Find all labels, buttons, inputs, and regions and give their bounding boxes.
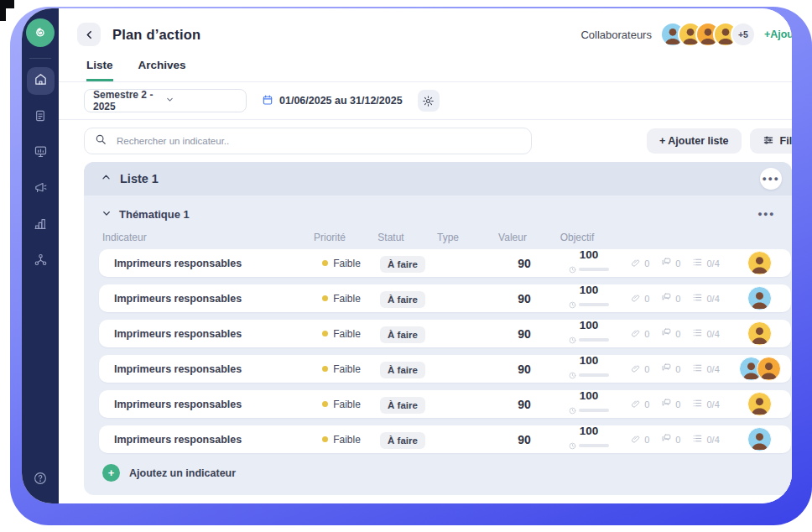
page-title: Plan d’action — [112, 27, 200, 43]
chat-icon — [661, 257, 672, 269]
table-row[interactable]: Imprimeurs responsables Faible À faire 9… — [99, 320, 791, 347]
attachments-count[interactable]: 0 — [631, 327, 649, 340]
clock-icon — [569, 297, 576, 312]
row-avatars[interactable] — [728, 321, 791, 346]
search-input[interactable] — [115, 135, 521, 147]
comments-count[interactable]: 0 — [661, 398, 680, 410]
table-row[interactable]: Imprimeurs responsables Faible À faire 9… — [99, 355, 791, 383]
priority-label: Faible — [333, 328, 361, 340]
row-avatars[interactable] — [728, 357, 791, 381]
avatar[interactable] — [747, 392, 772, 416]
period-select[interactable]: Semestre 2 - 2025 — [84, 89, 247, 112]
plus-icon: + — [102, 464, 120, 482]
page: Plan d’action Collaborateurs +5 +Ajouter… — [0, 0, 812, 532]
status-badge: À faire — [380, 362, 425, 378]
avatar[interactable] — [747, 427, 772, 451]
table-row[interactable]: Imprimeurs responsables Faible À faire 9… — [99, 425, 791, 453]
indicator-name: Imprimeurs responsables — [114, 434, 304, 446]
collaborator-avatars[interactable] — [660, 22, 738, 47]
search-row: + Ajouter liste Filtrer — [59, 120, 792, 162]
sidebar — [22, 8, 59, 503]
paperclip-icon — [631, 363, 641, 375]
attachments-count[interactable]: 0 — [631, 362, 649, 375]
search-box[interactable] — [84, 128, 532, 154]
table-row[interactable]: Imprimeurs responsables Faible À faire 9… — [99, 284, 791, 312]
add-list-button[interactable]: + Ajouter liste — [647, 128, 742, 154]
filter-button[interactable]: Filtrer — [750, 128, 792, 154]
checklist-count[interactable]: 0/4 — [692, 362, 719, 375]
row-avatars[interactable] — [728, 286, 791, 310]
checklist-count[interactable]: 0/4 — [692, 433, 719, 446]
list-title: Liste 1 — [120, 172, 159, 185]
comments-count[interactable]: 0 — [661, 257, 680, 269]
sliders-icon — [763, 134, 774, 149]
priority-label: Faible — [333, 258, 361, 269]
attachments-count[interactable]: 0 — [631, 257, 649, 269]
avatar[interactable] — [747, 321, 772, 346]
checklist-count[interactable]: 0/4 — [692, 292, 719, 305]
row-avatars[interactable] — [728, 392, 791, 416]
value-cell: 90 — [518, 362, 531, 376]
theme-header[interactable]: Thématique 1 ●●● — [84, 196, 792, 222]
sidebar-item-network[interactable] — [27, 248, 55, 275]
sidebar-item-documents[interactable] — [27, 103, 55, 131]
priority-label: Faible — [333, 363, 361, 375]
attachments-count[interactable]: 0 — [631, 398, 649, 410]
sidebar-divider — [29, 58, 51, 59]
sidebar-item-stats[interactable] — [27, 211, 55, 239]
comments-count[interactable]: 0 — [661, 433, 680, 446]
table-row[interactable]: Imprimeurs responsables Faible À faire 9… — [99, 249, 791, 277]
list-header[interactable]: Liste 1 ●●● — [84, 162, 792, 196]
objective-value: 100 — [580, 320, 599, 331]
status-cell: À faire — [380, 362, 425, 377]
column-header-priorite: Priorité — [314, 232, 346, 243]
row-avatars[interactable] — [728, 251, 791, 275]
chevron-down-icon — [165, 95, 237, 107]
tab-liste[interactable]: Liste — [86, 59, 113, 81]
paperclip-icon — [631, 328, 641, 340]
list-menu-button[interactable]: ●●● — [760, 168, 782, 190]
paperclip-icon — [631, 293, 641, 305]
document-icon — [34, 109, 47, 126]
sidebar-item-announcements[interactable] — [27, 175, 55, 203]
add-indicator-button[interactable]: + Ajoutez un indicateur — [102, 464, 792, 495]
date-range-picker[interactable]: 01/06/2025 au 31/12/2025 — [262, 94, 403, 108]
meta-cell: 0 0 0/4 — [622, 327, 728, 340]
checklist-count[interactable]: 0/4 — [692, 327, 719, 340]
comments-count[interactable]: 0 — [661, 362, 680, 375]
row-avatars[interactable] — [728, 427, 791, 451]
chat-icon — [661, 327, 672, 340]
column-header-indicateur: Indicateur — [102, 232, 292, 243]
settings-gear-button[interactable] — [418, 90, 440, 112]
chevron-up-icon — [101, 171, 112, 186]
chat-icon — [661, 398, 672, 410]
avatar[interactable] — [747, 251, 772, 275]
tab-archives[interactable]: Archives — [138, 59, 186, 81]
corner-notch — [0, 8, 6, 21]
filter-row: Semestre 2 - 2025 01/06/2025 au 31/12/20… — [59, 82, 792, 119]
avatar[interactable] — [747, 286, 772, 310]
meta-cell: 0 0 0/4 — [622, 292, 728, 305]
corner-notch — [0, 0, 14, 8]
attachments-count[interactable]: 0 — [631, 292, 649, 305]
sidebar-item-dashboard[interactable] — [27, 139, 55, 167]
comments-count[interactable]: 0 — [661, 292, 680, 305]
table-row[interactable]: Imprimeurs responsables Faible À faire 9… — [99, 390, 791, 418]
objective-progress — [569, 368, 609, 383]
back-button[interactable] — [77, 23, 101, 46]
checklist-icon — [692, 327, 703, 340]
comments-count[interactable]: 0 — [661, 327, 680, 340]
progress-track — [579, 409, 609, 412]
status-cell: À faire — [380, 256, 425, 271]
checklist-count[interactable]: 0/4 — [692, 398, 719, 410]
attachments-count[interactable]: 0 — [631, 433, 649, 446]
checklist-count[interactable]: 0/4 — [692, 257, 719, 269]
objective-cell: 100 — [569, 320, 609, 347]
add-collaborator-button[interactable]: +Ajouter — [764, 29, 792, 40]
objective-cell: 100 — [569, 284, 609, 312]
avatar[interactable] — [757, 357, 781, 381]
theme-menu-button[interactable]: ●●● — [752, 210, 780, 218]
help-icon[interactable] — [27, 464, 55, 492]
collaborators-overflow-badge[interactable]: +5 — [731, 22, 756, 47]
sidebar-item-home[interactable] — [27, 67, 55, 95]
